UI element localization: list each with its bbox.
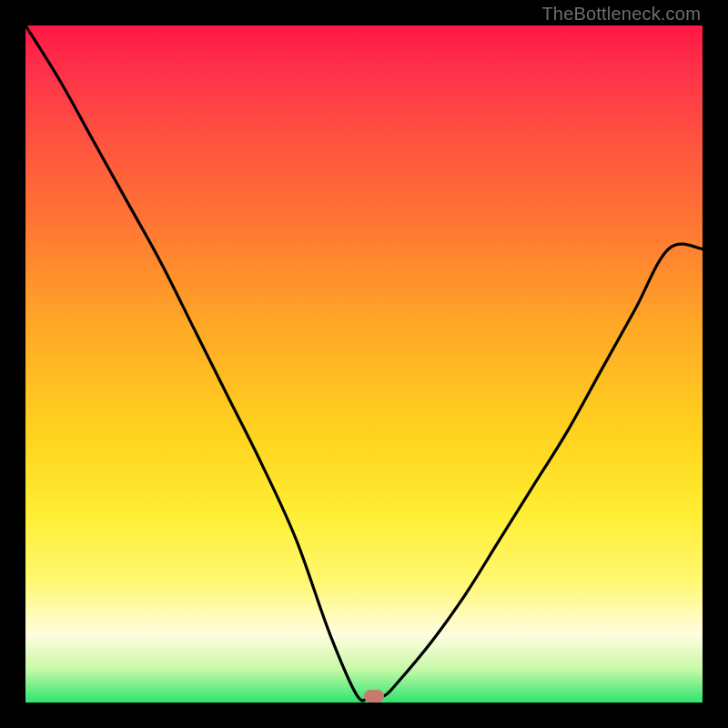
chart-frame: TheBottleneck.com (0, 0, 728, 728)
curve-layer (25, 25, 703, 703)
min-marker (364, 690, 384, 703)
bottleneck-curve (25, 25, 703, 701)
plot-area (25, 25, 703, 703)
watermark-text: TheBottleneck.com (541, 4, 701, 25)
